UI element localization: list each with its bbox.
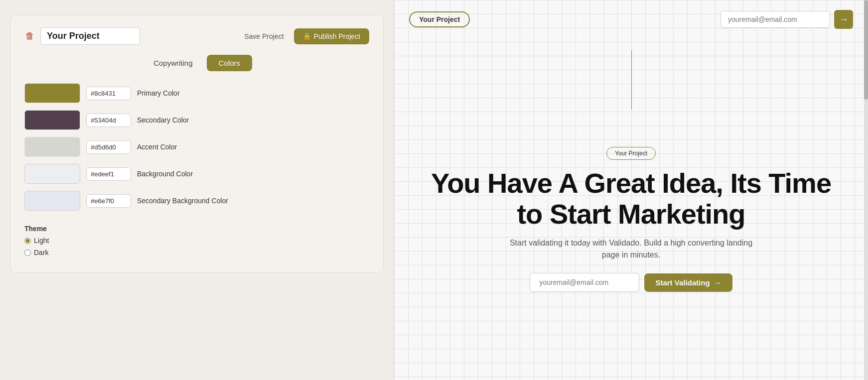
color-swatch-secondary-background[interactable]	[24, 191, 80, 211]
preview-content: Your Project → Your Project You Have A G…	[394, 0, 868, 380]
color-hex-accent[interactable]	[86, 140, 131, 154]
radio-light[interactable]	[24, 238, 31, 244]
preview-nav-arrow-button[interactable]: →	[834, 10, 853, 29]
delete-icon[interactable]: 🗑	[24, 30, 35, 42]
theme-dark-label[interactable]: Dark	[34, 249, 49, 256]
color-rows: Primary Color Secondary Color Accent Col…	[24, 83, 369, 211]
color-swatch-secondary[interactable]	[24, 110, 80, 130]
color-row-background: Background Color	[24, 164, 369, 184]
color-label-background: Background Color	[137, 170, 193, 178]
theme-title: Theme	[24, 225, 369, 233]
preview-logo-badge: Your Project	[409, 11, 470, 27]
right-panel: Your Project → Your Project You Have A G…	[394, 0, 868, 380]
color-swatch-background[interactable]	[24, 164, 80, 184]
preview-vertical-line	[631, 50, 632, 110]
preview-cta-arrow-icon: →	[714, 278, 722, 287]
color-hex-secondary-background[interactable]	[86, 194, 131, 208]
publish-button[interactable]: 🔒 Publish Project	[294, 28, 369, 44]
preview-cta-button-label: Start Validating	[655, 278, 710, 287]
top-bar: 🗑 Save Project 🔒 Publish Project	[24, 27, 369, 45]
color-label-accent: Accent Color	[137, 143, 177, 151]
radio-row-dark: Dark	[24, 249, 369, 256]
theme-section: Theme Light Dark	[24, 225, 369, 256]
color-swatch-primary[interactable]	[24, 83, 80, 103]
color-row-primary: Primary Color	[24, 83, 369, 103]
color-label-secondary: Secondary Color	[137, 116, 189, 124]
editor-card: 🗑 Save Project 🔒 Publish Project Copywri…	[10, 15, 384, 273]
color-row-secondary-background: Secondary Background Color	[24, 191, 369, 211]
preview-cta-button[interactable]: Start Validating →	[644, 273, 732, 292]
preview-nav-right: →	[721, 10, 853, 29]
top-actions: Save Project 🔒 Publish Project	[239, 28, 369, 44]
tab-colors[interactable]: Colors	[207, 55, 252, 71]
preview-headline: You Have A Great Idea, Its Time to Start…	[424, 168, 838, 229]
color-swatch-accent[interactable]	[24, 137, 80, 157]
lock-icon: 🔒	[303, 32, 311, 40]
preview-badge-pill: Your Project	[606, 147, 656, 160]
preview-cta-email-input[interactable]	[530, 273, 639, 292]
preview-nav-email-input[interactable]	[721, 11, 830, 28]
color-label-primary: Primary Color	[137, 89, 180, 97]
radio-row-light: Light	[24, 237, 369, 245]
tabs: Copywriting Colors	[24, 55, 369, 71]
radio-dark[interactable]	[24, 250, 31, 256]
color-hex-primary[interactable]	[86, 87, 131, 100]
save-button[interactable]: Save Project	[239, 29, 289, 43]
color-hex-background[interactable]	[86, 167, 131, 181]
tab-copywriting[interactable]: Copywriting	[142, 55, 204, 71]
project-name-group: 🗑	[24, 27, 140, 45]
color-row-accent: Accent Color	[24, 137, 369, 157]
theme-light-label[interactable]: Light	[34, 237, 49, 245]
preview-scrollbar[interactable]	[864, 0, 868, 380]
color-hex-secondary[interactable]	[86, 114, 131, 127]
scrollbar-thumb	[864, 0, 868, 100]
project-name-input[interactable]	[40, 27, 140, 45]
publish-label: Publish Project	[314, 32, 360, 40]
preview-subheadline: Start validating it today with Validado.…	[507, 237, 756, 261]
preview-cta-group: Start Validating →	[530, 273, 732, 292]
color-label-secondary-background: Secondary Background Color	[137, 197, 228, 205]
left-panel: 🗑 Save Project 🔒 Publish Project Copywri…	[0, 0, 394, 380]
color-row-secondary: Secondary Color	[24, 110, 369, 130]
preview-nav: Your Project →	[394, 0, 868, 39]
